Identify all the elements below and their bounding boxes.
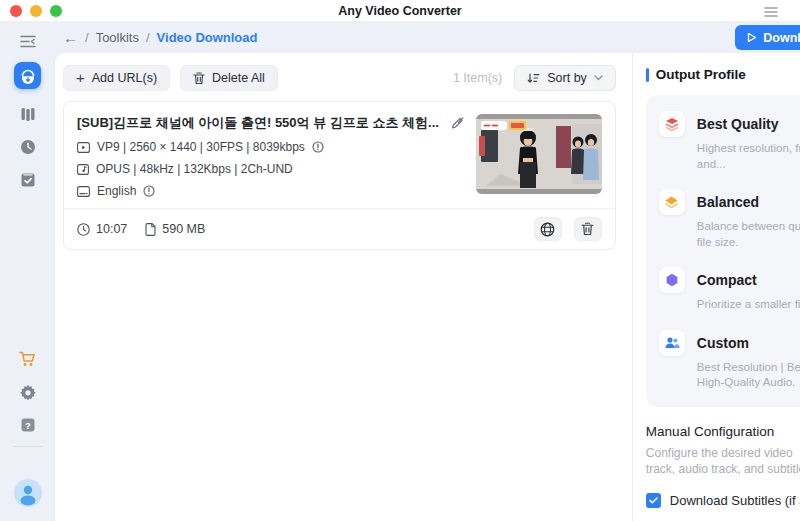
video-item-card[interactable]: [SUB]김프로 채널에 아이돌 출연! 550억 뷰 김프로 쇼츠 체험...… bbox=[63, 101, 616, 250]
map-icon bbox=[20, 106, 36, 122]
video-track-info: VP9 | 2560 × 1440 | 30FPS | 8039kbps bbox=[77, 140, 464, 154]
profile-option-compact[interactable]: Compact Prioritize a smaller file size. bbox=[659, 267, 800, 313]
user-avatar[interactable] bbox=[14, 479, 42, 507]
sidebar-item-downloader[interactable] bbox=[14, 62, 41, 89]
trash-icon bbox=[193, 72, 205, 85]
sidebar-item-completed[interactable] bbox=[19, 171, 37, 189]
delete-all-button[interactable]: Delete All bbox=[180, 65, 278, 91]
breadcrumb-video-download[interactable]: Video Download bbox=[157, 30, 258, 45]
svg-text:?: ? bbox=[25, 420, 31, 431]
profile-option-custom[interactable]: Custom Best Resolution | Best FPS | High… bbox=[659, 330, 800, 391]
download-subtitles-label: Download Subtitles (if available) bbox=[670, 493, 800, 508]
sidebar-item-library[interactable] bbox=[19, 105, 37, 123]
download-now-button[interactable]: Download Now bbox=[735, 25, 800, 50]
download-list-area: + Add URL(s) Delete All 1 Item(s) Sort b… bbox=[55, 53, 632, 521]
profile-options-card: Best Quality Highest resolution, frame r… bbox=[646, 95, 800, 407]
video-icon bbox=[77, 142, 90, 153]
output-profile-heading: Output Profile bbox=[656, 67, 746, 82]
help-icon[interactable]: ? bbox=[19, 416, 37, 434]
best-quality-icon bbox=[659, 111, 685, 137]
delete-item-button[interactable] bbox=[574, 217, 602, 241]
duration-clock-icon bbox=[77, 223, 90, 236]
info-icon bbox=[312, 141, 324, 153]
sort-by-button[interactable]: Sort by bbox=[514, 65, 616, 91]
subtitle-icon bbox=[77, 186, 90, 197]
manual-configuration-heading: Manual Configuration bbox=[646, 424, 800, 439]
video-title: [SUB]김프로 채널에 아이돌 출연! 550억 뷰 김프로 쇼츠 체험... bbox=[77, 114, 439, 132]
subtitle-track-info: English bbox=[77, 184, 464, 198]
window-title: Any Video Converter bbox=[0, 4, 800, 18]
store-cart-icon[interactable] bbox=[19, 350, 37, 368]
video-size: 590 MB bbox=[145, 222, 205, 236]
add-url-button[interactable]: + Add URL(s) bbox=[63, 65, 170, 91]
sidebar-item-history[interactable] bbox=[19, 138, 37, 156]
titlebar: Any Video Converter bbox=[0, 0, 800, 22]
compact-icon bbox=[659, 267, 685, 293]
profile-option-balanced[interactable]: Balanced Balance between quality and fil… bbox=[659, 189, 800, 250]
trash-icon bbox=[581, 222, 594, 236]
balanced-icon bbox=[659, 189, 685, 215]
video-thumbnail[interactable] bbox=[476, 114, 602, 194]
downloader-icon bbox=[20, 68, 36, 84]
download-subtitles-row[interactable]: Download Subtitles (if available) bbox=[646, 493, 800, 508]
accent-bar bbox=[646, 68, 649, 82]
open-source-page-button[interactable] bbox=[534, 217, 562, 241]
manual-configuration-desc: Configure the desired video track, audio… bbox=[646, 445, 800, 479]
settings-gear-icon[interactable] bbox=[19, 383, 37, 401]
menu-icon[interactable] bbox=[764, 4, 778, 22]
video-duration: 10:07 bbox=[77, 222, 127, 236]
sidebar: ? bbox=[0, 22, 55, 521]
back-arrow-icon[interactable]: ← bbox=[63, 30, 78, 45]
breadcrumb-separator: / bbox=[85, 30, 89, 45]
collapse-sidebar-icon[interactable] bbox=[19, 32, 37, 50]
item-count: 1 Item(s) bbox=[453, 71, 502, 85]
download-subtitles-checkbox[interactable] bbox=[646, 493, 661, 508]
clock-icon bbox=[20, 139, 36, 155]
audio-track-info: OPUS | 48kHz | 132Kbps | 2Ch-UND bbox=[77, 162, 464, 176]
breadcrumb-toolkits[interactable]: Toolkits bbox=[96, 30, 139, 45]
play-icon bbox=[747, 32, 757, 43]
top-strip: ← / Toolkits / Video Download Download N… bbox=[55, 22, 800, 53]
chevron-down-icon bbox=[594, 75, 603, 81]
output-profile-panel: Output Profile Best Quality bbox=[632, 53, 800, 521]
list-toolbar: + Add URL(s) Delete All 1 Item(s) Sort b… bbox=[63, 65, 616, 91]
sidebar-divider bbox=[13, 446, 43, 447]
info-icon bbox=[143, 185, 155, 197]
edit-title-icon[interactable] bbox=[449, 117, 464, 130]
custom-icon bbox=[659, 330, 685, 356]
breadcrumb-separator: / bbox=[146, 30, 150, 45]
sort-icon bbox=[527, 73, 540, 84]
globe-icon bbox=[540, 222, 555, 237]
file-icon bbox=[145, 223, 156, 236]
audio-icon bbox=[77, 164, 89, 175]
breadcrumb: ← / Toolkits / Video Download bbox=[63, 30, 258, 45]
plus-icon: + bbox=[76, 70, 85, 85]
profile-option-best-quality[interactable]: Best Quality Highest resolution, frame r… bbox=[659, 111, 800, 172]
tasks-check-icon bbox=[20, 172, 36, 188]
